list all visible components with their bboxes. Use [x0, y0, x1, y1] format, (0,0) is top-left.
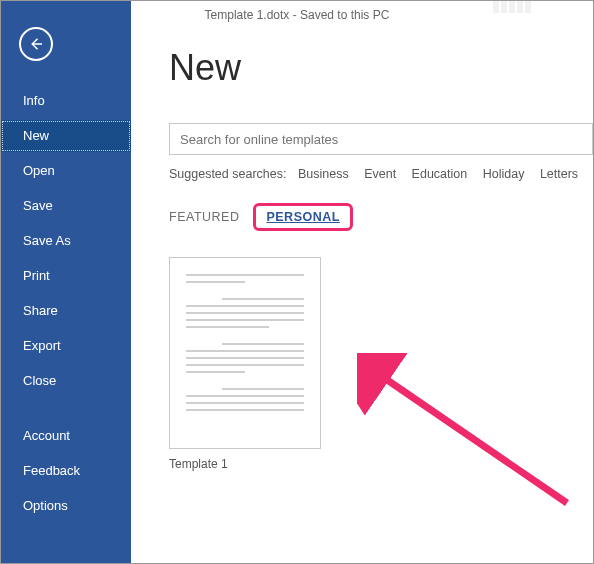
sidebar-item-share[interactable]: Share	[1, 295, 131, 327]
page-title: New	[169, 47, 593, 89]
annotation-highlight-box: PERSONAL	[253, 203, 352, 231]
suggested-label: Suggested searches:	[169, 167, 286, 181]
tab-featured[interactable]: FEATURED	[169, 210, 239, 224]
sidebar-item-account[interactable]: Account	[1, 420, 131, 452]
template-card[interactable]: Template 1	[169, 257, 321, 471]
template-name: Template 1	[169, 457, 321, 471]
sidebar-item-close[interactable]: Close	[1, 365, 131, 397]
arrow-left-icon	[27, 35, 45, 53]
suggested-link-letters[interactable]: Letters	[540, 167, 578, 181]
sidebar-item-options[interactable]: Options	[1, 490, 131, 522]
tab-personal[interactable]: PERSONAL	[266, 210, 339, 224]
title-decoration	[493, 1, 533, 13]
suggested-link-holiday[interactable]: Holiday	[483, 167, 525, 181]
sidebar-item-save-as[interactable]: Save As	[1, 225, 131, 257]
suggested-link-education[interactable]: Education	[412, 167, 468, 181]
sidebar-item-feedback[interactable]: Feedback	[1, 455, 131, 487]
sidebar-item-save[interactable]: Save	[1, 190, 131, 222]
template-search-input[interactable]	[169, 123, 593, 155]
back-button[interactable]	[19, 27, 53, 61]
template-thumbnail	[169, 257, 321, 449]
sidebar-item-open[interactable]: Open	[1, 155, 131, 187]
window-title: Template 1.dotx - Saved to this PC	[205, 8, 390, 22]
template-tabs: FEATURED PERSONAL	[169, 203, 593, 231]
suggested-link-business[interactable]: Business	[298, 167, 349, 181]
suggested-searches: Suggested searches: Business Event Educa…	[169, 167, 593, 181]
main-panel: New Suggested searches: Business Event E…	[131, 29, 593, 563]
suggested-link-event[interactable]: Event	[364, 167, 396, 181]
backstage-sidebar: Info New Open Save Save As Print Share E…	[1, 1, 131, 563]
sidebar-item-info[interactable]: Info	[1, 85, 131, 117]
sidebar-item-print[interactable]: Print	[1, 260, 131, 292]
sidebar-item-new[interactable]: New	[1, 120, 131, 152]
sidebar-item-export[interactable]: Export	[1, 330, 131, 362]
